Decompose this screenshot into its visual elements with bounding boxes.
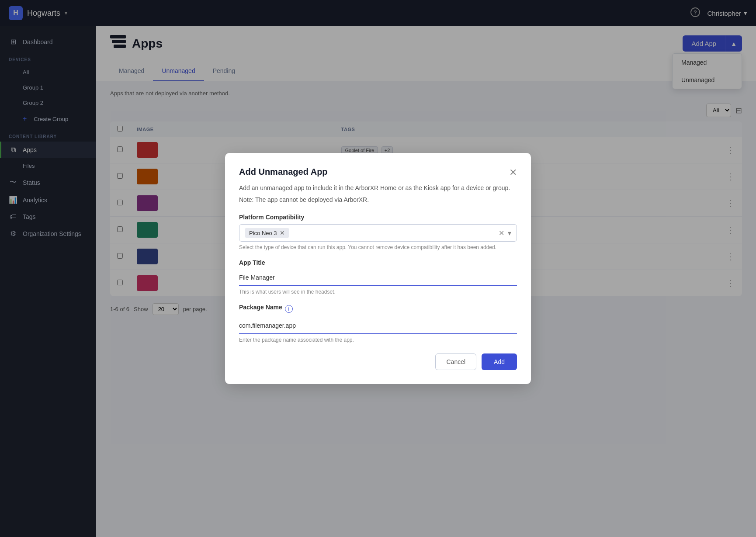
app-title-input[interactable] <box>239 270 517 286</box>
modal-footer: Cancel Add <box>239 353 517 370</box>
platform-tag-pico: Pico Neo 3 ✕ <box>245 228 289 238</box>
modal-overlay: Add Unmanaged App ✕ Add an unmanaged app… <box>0 0 756 537</box>
modal-description: Add an unmanaged app to include it in th… <box>239 184 517 193</box>
package-label: Package Name <box>239 304 282 311</box>
add-button[interactable]: Add <box>482 353 517 370</box>
modal-note: Note: The app cannot be deployed via Arb… <box>239 196 517 203</box>
platform-tag-label: Pico Neo 3 <box>249 230 277 236</box>
platform-clear-icon[interactable]: ✕ <box>499 229 504 237</box>
platform-tag-remove-icon[interactable]: ✕ <box>280 229 285 236</box>
package-name-input[interactable] <box>239 318 517 334</box>
cancel-button[interactable]: Cancel <box>435 353 476 370</box>
platform-selector[interactable]: Pico Neo 3 ✕ ✕ ▾ <box>239 224 517 242</box>
platform-chevron-icon[interactable]: ▾ <box>508 229 511 237</box>
package-section: Package Name i Enter the package name as… <box>239 304 517 343</box>
platform-section: Platform Compatibility Pico Neo 3 ✕ ✕ ▾ … <box>239 214 517 250</box>
platform-hint: Select the type of device that can run t… <box>239 244 517 250</box>
app-title-section: App Title This is what users will see in… <box>239 259 517 295</box>
modal-header: Add Unmanaged App ✕ <box>239 167 517 178</box>
modal-close-button[interactable]: ✕ <box>509 167 517 178</box>
package-info-icon[interactable]: i <box>285 305 293 313</box>
platform-label: Platform Compatibility <box>239 214 517 221</box>
platform-selector-controls[interactable]: ✕ ▾ <box>499 229 511 237</box>
package-hint: Enter the package name associated with t… <box>239 337 517 343</box>
app-title-label: App Title <box>239 259 517 266</box>
platform-tags: Pico Neo 3 ✕ <box>245 228 495 238</box>
modal-title: Add Unmanaged App <box>239 167 328 177</box>
package-label-row: Package Name i <box>239 304 517 314</box>
app-title-hint: This is what users will see in the heads… <box>239 289 517 295</box>
add-unmanaged-app-modal: Add Unmanaged App ✕ Add an unmanaged app… <box>225 153 531 384</box>
